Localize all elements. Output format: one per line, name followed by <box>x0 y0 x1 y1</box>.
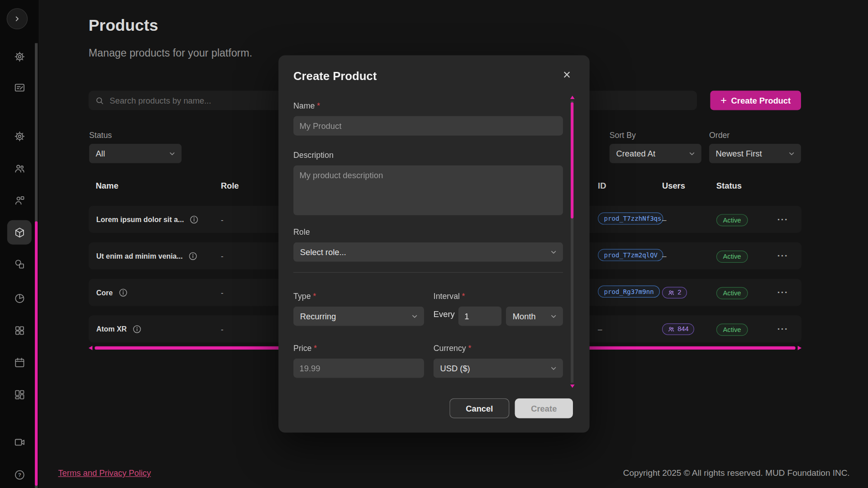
sidebar: ? <box>0 0 39 488</box>
product-name: Lorem ipsum dolor sit a... <box>96 215 184 223</box>
column-header-id: ID <box>598 181 606 190</box>
gear-icon <box>14 130 25 142</box>
modal-scrollbar[interactable] <box>571 101 573 383</box>
interval-count-input[interactable] <box>458 307 501 326</box>
page-subtitle: Manage products for your platform. <box>89 47 253 59</box>
interval-unit-select[interactable]: Month <box>506 307 563 326</box>
sidebar-item-settings[interactable] <box>7 44 32 69</box>
modal-scroll-up-arrow-icon[interactable] <box>570 96 575 99</box>
sidebar-item-apps[interactable] <box>7 318 32 342</box>
product-role: - <box>221 215 224 224</box>
role-select[interactable]: Select role... <box>293 242 563 262</box>
sidebar-item-analytics[interactable] <box>7 286 32 310</box>
chevron-down-icon <box>788 150 796 157</box>
required-marker: * <box>314 344 317 353</box>
chevron-down-icon <box>550 248 558 256</box>
price-field[interactable] <box>293 359 424 378</box>
gear-icon <box>14 51 25 62</box>
sidebar-item-products[interactable] <box>7 220 32 245</box>
users-count-badge: 844 <box>662 323 694 335</box>
sidebar-collapse-button[interactable] <box>7 8 28 29</box>
users-count-badge: 2 <box>662 287 687 298</box>
chevron-down-icon <box>168 150 176 157</box>
modal-scroll-down-arrow-icon[interactable] <box>570 384 575 388</box>
terms-privacy-link[interactable]: Terms and Privacy Policy <box>58 468 151 478</box>
user-tag-icon <box>14 194 25 206</box>
cancel-button[interactable]: Cancel <box>449 398 509 418</box>
divider <box>293 272 563 273</box>
scroll-right-arrow-icon[interactable] <box>798 346 802 351</box>
sidebar-item-preferences[interactable] <box>7 124 32 148</box>
order-value: Newest First <box>716 149 762 158</box>
order-select[interactable]: Newest First <box>709 144 801 163</box>
vertical-scrollbar-thumb[interactable] <box>35 221 38 486</box>
type-select[interactable]: Recurring <box>293 307 424 326</box>
chevron-down-icon <box>688 150 696 157</box>
role-select-value: Select role... <box>300 247 346 257</box>
currency-label-text: Currency <box>434 344 466 353</box>
info-icon[interactable] <box>132 324 142 334</box>
row-actions-button[interactable]: ··· <box>777 251 788 261</box>
page-title: Products <box>89 17 158 35</box>
column-header-name: Name <box>96 181 119 190</box>
row-actions-button[interactable]: ··· <box>777 214 788 225</box>
sidebar-item-media[interactable] <box>7 430 32 454</box>
product-id-badge[interactable]: prod_Rg37m9nn <box>598 285 660 298</box>
chevron-down-icon <box>411 313 419 320</box>
users-icon <box>668 325 675 332</box>
interval-every-label: Every <box>434 309 455 319</box>
sidebar-item-layout[interactable] <box>7 382 32 407</box>
column-header-users: Users <box>662 181 685 190</box>
package-icon <box>14 227 25 238</box>
info-icon[interactable] <box>118 288 128 297</box>
create-product-button[interactable]: + Create Product <box>710 91 801 110</box>
row-actions-button[interactable]: ··· <box>777 287 788 298</box>
help-icon: ? <box>14 469 25 481</box>
svg-text:?: ? <box>18 472 21 478</box>
users-icon <box>668 289 675 296</box>
currency-select[interactable]: USD ($) <box>434 359 563 378</box>
type-select-value: Recurring <box>300 312 336 321</box>
product-users: – <box>662 215 667 224</box>
dashboard-icon <box>14 389 25 400</box>
sort-by-select[interactable]: Created At <box>610 144 701 163</box>
interval-field-label: Interval* <box>434 292 465 301</box>
modal-scrollbar-thumb[interactable] <box>571 102 573 218</box>
product-id-badge[interactable]: prod_T7zm2qlQV <box>598 249 663 261</box>
sidebar-item-notes[interactable] <box>7 75 32 99</box>
close-icon[interactable]: × <box>560 67 574 82</box>
info-icon[interactable] <box>190 215 199 224</box>
sidebar-item-roles[interactable] <box>7 188 32 213</box>
product-name: Core <box>96 288 113 296</box>
status-badge: Active <box>716 323 748 336</box>
chevron-down-icon <box>550 313 558 320</box>
vertical-scrollbar[interactable] <box>35 43 38 488</box>
sidebar-item-calendar[interactable] <box>7 350 32 374</box>
status-filter-select[interactable]: All <box>89 144 181 163</box>
sidebar-item-integrations[interactable] <box>7 252 32 276</box>
interval-unit-value: Month <box>513 312 536 321</box>
type-field-label: Type* <box>293 292 316 301</box>
status-filter-value: All <box>96 149 105 158</box>
sidebar-item-users[interactable] <box>7 156 32 180</box>
calendar-icon <box>14 356 25 368</box>
status-badge: Active <box>716 251 748 263</box>
product-id-badge[interactable]: prod_T7zzhNf3qs <box>598 212 663 224</box>
scroll-left-arrow-icon[interactable] <box>89 346 93 351</box>
chevron-right-icon <box>13 15 21 23</box>
product-role: - <box>221 288 224 297</box>
info-icon[interactable] <box>188 251 198 261</box>
screen: ? Products Manage products for your plat… <box>0 0 868 488</box>
product-id: – <box>598 324 602 333</box>
copyright-text: Copyright 2025 © All rights reserved. MU… <box>623 468 850 478</box>
product-users: – <box>662 251 667 261</box>
shapes-icon <box>14 258 25 270</box>
row-actions-button[interactable]: ··· <box>777 323 788 334</box>
currency-field-label: Currency* <box>434 344 472 353</box>
create-submit-button[interactable]: Create <box>515 398 573 418</box>
users-count: 844 <box>677 325 689 333</box>
description-field[interactable] <box>293 166 563 215</box>
column-header-role: Role <box>221 181 239 190</box>
sidebar-item-help[interactable]: ? <box>7 463 32 487</box>
name-field[interactable] <box>293 116 563 136</box>
